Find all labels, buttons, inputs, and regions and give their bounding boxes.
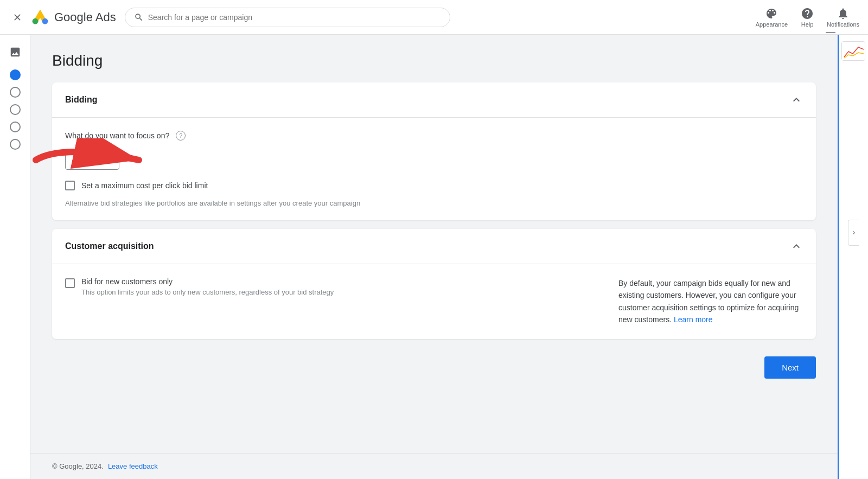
page-title: Bidding: [52, 52, 816, 69]
svg-point-1: [42, 18, 48, 24]
help-icon: [801, 7, 814, 20]
sidebar-item-image[interactable]: [4, 41, 26, 63]
notifications-icon: [837, 7, 850, 20]
customer-acquisition-header: Customer acquisition: [52, 229, 816, 264]
new-customers-sublabel: This option limits your ads to only new …: [81, 288, 334, 296]
google-ads-logo-icon: [30, 8, 50, 27]
focus-help-icon[interactable]: ?: [176, 131, 186, 140]
focus-row: What do you want to focus on? ?: [65, 131, 803, 140]
minimize-button[interactable]: —: [826, 26, 835, 37]
ca-left-section: Bid for new customers only This option l…: [65, 277, 597, 326]
chevron-right-icon: [851, 229, 857, 236]
sidebar-step-active[interactable]: [10, 69, 21, 80]
alt-strategy-text: Alternative bid strategies like portfoli…: [65, 199, 803, 207]
sidebar: [0, 35, 30, 479]
customer-acquisition-title: Customer acquisition: [65, 241, 154, 251]
focus-question-label: What do you want to focus on?: [65, 131, 169, 140]
image-icon: [9, 46, 21, 58]
bidding-focus-dropdown[interactable]: Clicks: [65, 151, 119, 170]
sidebar-step-3[interactable]: [10, 104, 21, 115]
customer-acquisition-collapse-button[interactable]: [790, 240, 803, 253]
customer-acquisition-body: Bid for new customers only This option l…: [52, 264, 816, 339]
bidding-card-collapse-button[interactable]: [790, 93, 803, 106]
help-nav-item[interactable]: Help: [801, 7, 814, 28]
learn-more-link[interactable]: Learn more: [674, 315, 713, 324]
bidding-card-body: What do you want to focus on? ? Clicks S…: [52, 118, 816, 220]
footer-copyright: © Google, 2024.: [52, 462, 104, 470]
sidebar-step-2[interactable]: [10, 87, 21, 98]
ca-text-block: Bid for new customers only This option l…: [81, 277, 334, 296]
chevron-up-icon: [790, 93, 803, 106]
search-bar[interactable]: [125, 8, 450, 27]
dropdown-value: Clicks: [72, 156, 92, 165]
new-customers-checkbox[interactable]: [65, 278, 75, 288]
next-button-container: Next: [52, 348, 816, 411]
new-customers-label: Bid for new customers only: [81, 277, 334, 286]
notifications-nav-item[interactable]: Notifications: [827, 7, 859, 28]
nav-right: Appearance Help Notifications: [756, 7, 859, 28]
logo-area: Google Ads: [30, 8, 116, 27]
dropdown-chevron-icon: [97, 156, 105, 165]
ca-right-section: By default, your campaign bids equally f…: [618, 277, 803, 326]
leave-feedback-link[interactable]: Leave feedback: [108, 462, 158, 470]
bidding-card-title: Bidding: [65, 95, 98, 105]
help-label: Help: [801, 21, 814, 28]
chevron-up-icon-ca: [790, 240, 803, 253]
footer: © Google, 2024. Leave feedback: [30, 453, 838, 479]
max-cpc-checkbox[interactable]: [65, 181, 75, 190]
top-nav: Google Ads Appearance Help Notifications…: [0, 0, 868, 35]
panel-collapse-button[interactable]: [848, 220, 859, 246]
bidding-card-header: Bidding: [52, 82, 816, 118]
search-input[interactable]: [148, 13, 441, 22]
preview-thumbnail: [841, 41, 865, 61]
sidebar-step-4[interactable]: [10, 122, 21, 132]
max-cpc-checkbox-row: Set a maximum cost per click bid limit: [65, 181, 803, 190]
svg-point-0: [33, 18, 39, 24]
right-panel: [838, 35, 868, 479]
sidebar-step-5[interactable]: [10, 139, 21, 150]
search-icon: [134, 12, 144, 22]
appearance-nav-item[interactable]: Appearance: [756, 7, 788, 28]
close-button[interactable]: [9, 9, 26, 26]
customer-acquisition-card: Customer acquisition Bid for new custome…: [52, 229, 816, 339]
next-button[interactable]: Next: [764, 356, 816, 379]
appearance-label: Appearance: [756, 21, 788, 28]
svg-rect-2: [842, 42, 865, 61]
bidding-card: Bidding What do you want to focus on? ? …: [52, 82, 816, 220]
app-title: Google Ads: [54, 10, 116, 24]
max-cpc-label: Set a maximum cost per click bid limit: [81, 181, 208, 190]
appearance-icon: [765, 7, 778, 20]
main-content: Bidding Bidding What do you want to focu…: [30, 35, 838, 479]
